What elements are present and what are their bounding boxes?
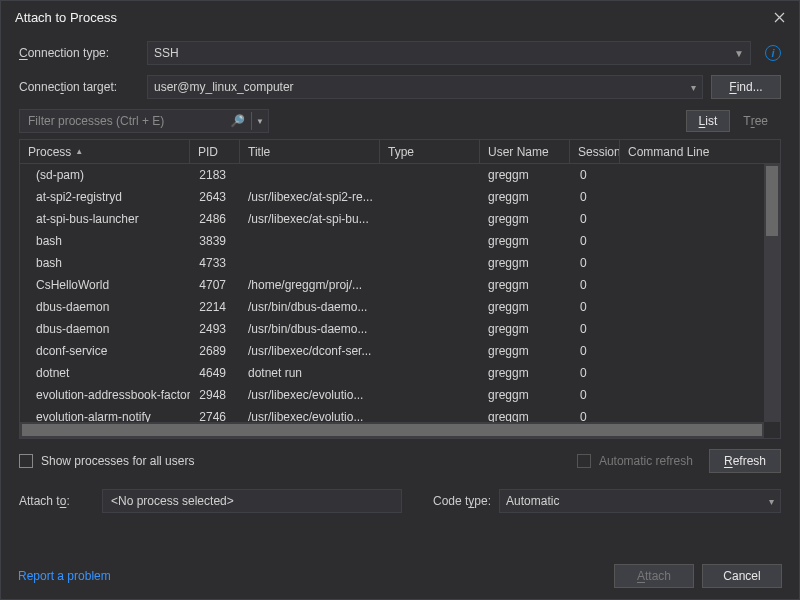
column-user[interactable]: User Name (480, 140, 570, 164)
cell-cmd (620, 340, 715, 362)
table-row[interactable]: dconf-service2689/usr/libexec/dconf-ser.… (20, 340, 764, 362)
column-session[interactable]: Session (570, 140, 620, 164)
filter-input[interactable]: Filter processes (Ctrl + E) 🔍 ▼ (19, 109, 269, 133)
code-type-label: Code type: (433, 494, 491, 508)
report-problem-link[interactable]: Report a problem (18, 569, 111, 583)
checkbox-icon (19, 454, 33, 468)
column-title[interactable]: Title (240, 140, 380, 164)
attach-button: Attach (614, 564, 694, 588)
cell-session: 0 (570, 340, 620, 362)
cell-process: (sd-pam) (20, 164, 190, 186)
table-row[interactable]: at-spi2-registryd2643/usr/libexec/at-spi… (20, 186, 764, 208)
table-row[interactable]: dbus-daemon2214/usr/bin/dbus-daemo...gre… (20, 296, 764, 318)
table-row[interactable]: evolution-alarm-notify2746/usr/libexec/e… (20, 406, 764, 422)
table-row[interactable]: evolution-addressbook-factory2948/usr/li… (20, 384, 764, 406)
cell-type (380, 164, 480, 186)
cell-pid: 2643 (190, 186, 240, 208)
view-toggle: List Tree (686, 110, 781, 132)
horizontal-scrollbar[interactable] (20, 422, 780, 438)
scrollbar-corner (764, 422, 780, 438)
table-row[interactable]: bash4733greggm0 (20, 252, 764, 274)
cell-session: 0 (570, 208, 620, 230)
cell-cmd (620, 252, 715, 274)
find-button[interactable]: Find... (711, 75, 781, 99)
cell-cmd (620, 186, 715, 208)
table-row[interactable]: CsHelloWorld4707/home/greggm/proj/...gre… (20, 274, 764, 296)
cell-pid: 2948 (190, 384, 240, 406)
cell-title: /usr/libexec/dconf-ser... (240, 340, 380, 362)
chevron-down-icon: ▾ (691, 82, 696, 93)
cell-title (240, 164, 380, 186)
table-row[interactable]: dbus-daemon2493/usr/bin/dbus-daemo...gre… (20, 318, 764, 340)
table-body[interactable]: (sd-pam)2183greggm0at-spi2-registryd2643… (20, 164, 764, 422)
chevron-down-icon: ▼ (734, 48, 744, 59)
cell-type (380, 340, 480, 362)
table-row[interactable]: bash3839greggm0 (20, 230, 764, 252)
connection-target-combo[interactable]: user@my_linux_computer ▾ (147, 75, 703, 99)
cell-user: greggm (480, 340, 570, 362)
cell-user: greggm (480, 406, 570, 422)
cell-user: greggm (480, 208, 570, 230)
cell-session: 0 (570, 296, 620, 318)
cell-pid: 2746 (190, 406, 240, 422)
show-all-users-checkbox[interactable]: Show processes for all users (19, 454, 194, 468)
cell-type (380, 274, 480, 296)
cell-cmd (620, 384, 715, 406)
cell-cmd (620, 406, 715, 422)
column-type[interactable]: Type (380, 140, 480, 164)
refresh-button[interactable]: Refresh (709, 449, 781, 473)
column-command-line[interactable]: Command Line (620, 140, 715, 164)
cell-type (380, 230, 480, 252)
close-icon (774, 12, 785, 23)
attach-to-label: Attach to: (19, 494, 94, 508)
cell-title: /home/greggm/proj/... (240, 274, 380, 296)
cell-pid: 4649 (190, 362, 240, 384)
cell-type (380, 252, 480, 274)
table-row[interactable]: dotnet4649dotnet rungreggm0 (20, 362, 764, 384)
connection-type-combo[interactable]: SSH ▼ (147, 41, 751, 65)
cell-type (380, 384, 480, 406)
info-icon[interactable]: i (765, 45, 781, 61)
cell-user: greggm (480, 274, 570, 296)
code-type-combo[interactable]: Automatic ▾ (499, 489, 781, 513)
attach-to-value: <No process selected> (111, 494, 234, 508)
cell-process: CsHelloWorld (20, 274, 190, 296)
cell-pid: 2689 (190, 340, 240, 362)
cell-user: greggm (480, 164, 570, 186)
automatic-refresh-checkbox: Automatic refresh (577, 454, 693, 468)
sort-asc-icon: ▲ (75, 147, 83, 156)
cell-session: 0 (570, 362, 620, 384)
close-button[interactable] (769, 7, 789, 27)
cell-title: dotnet run (240, 362, 380, 384)
list-view-button[interactable]: List (686, 110, 731, 132)
attach-to-field[interactable]: <No process selected> (102, 489, 402, 513)
table-row[interactable]: at-spi-bus-launcher2486/usr/libexec/at-s… (20, 208, 764, 230)
column-process[interactable]: Process▲ (20, 140, 190, 164)
cell-pid: 2493 (190, 318, 240, 340)
scrollbar-thumb[interactable] (22, 424, 762, 436)
cell-process: at-spi-bus-launcher (20, 208, 190, 230)
scrollbar-thumb[interactable] (766, 166, 778, 236)
column-pid[interactable]: PID (190, 140, 240, 164)
cancel-button[interactable]: Cancel (702, 564, 782, 588)
tree-view-button[interactable]: Tree (730, 110, 781, 132)
cell-pid: 3839 (190, 230, 240, 252)
chevron-down-icon[interactable]: ▼ (256, 117, 264, 126)
cell-type (380, 208, 480, 230)
cell-cmd (620, 318, 715, 340)
cell-session: 0 (570, 230, 620, 252)
cell-user: greggm (480, 318, 570, 340)
cell-title: /usr/libexec/at-spi-bu... (240, 208, 380, 230)
cell-user: greggm (480, 296, 570, 318)
cell-title: /usr/bin/dbus-daemo... (240, 318, 380, 340)
process-table: Process▲ PID Title Type User Name Sessio… (19, 139, 781, 439)
connection-type-value: SSH (154, 46, 179, 60)
vertical-scrollbar[interactable] (764, 164, 780, 422)
cell-session: 0 (570, 318, 620, 340)
cell-session: 0 (570, 406, 620, 422)
cell-type (380, 186, 480, 208)
cell-pid: 4707 (190, 274, 240, 296)
cell-cmd (620, 362, 715, 384)
cell-session: 0 (570, 252, 620, 274)
table-row[interactable]: (sd-pam)2183greggm0 (20, 164, 764, 186)
